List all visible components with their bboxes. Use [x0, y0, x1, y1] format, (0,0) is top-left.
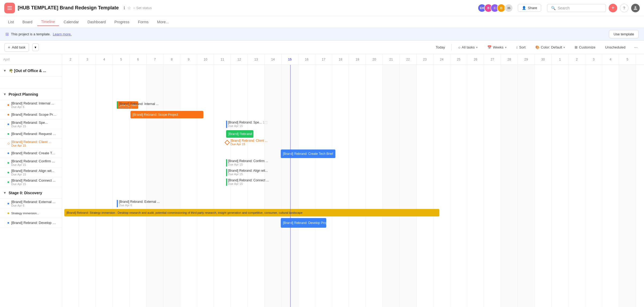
tab-progress[interactable]: Progress [111, 18, 133, 26]
all-tasks-button[interactable]: ○ All tasks ▾ [455, 44, 481, 51]
bar-confirm[interactable] [226, 159, 227, 167]
date-cell-17: 17 [315, 54, 332, 65]
grid-col-20 [400, 65, 417, 307]
bar-scope[interactable]: [Brand] Rebrand: Scope Project [130, 111, 203, 118]
task-row-s0[interactable]: [Brand] Rebrand: External ... Due Apr 6 [0, 199, 62, 208]
tab-forms[interactable]: Forms [134, 18, 152, 26]
bar-external-label[interactable]: [Brand] Rebrand: External ... Due Apr 6 [119, 200, 160, 207]
bar-confirm-label[interactable]: [Brand] Rebrand: Confirm ... Due Apr 15 [228, 159, 268, 166]
add-button[interactable]: + [609, 4, 617, 12]
bar-develop[interactable]: [Brand] Rebrand: Develop Project... [281, 218, 326, 228]
group1-label: 🌴 [Out of Office & ... [9, 69, 46, 73]
user-avatar[interactable] [631, 4, 640, 12]
date-cell-25: 25 [450, 54, 467, 65]
task-row-2[interactable]: [Brand] Rebrand: Spe... Due Apr 15 [0, 119, 62, 129]
group-project-planning[interactable]: ▼ Project Planning [0, 88, 62, 100]
grid-col-22 [433, 65, 450, 307]
group-stage0[interactable]: ▼ Stage 0: Discovery [0, 187, 62, 199]
task-row-1[interactable]: [Brand] Rebrand: Scope Project [0, 110, 62, 119]
grid-col-31 [585, 65, 602, 307]
bar-client-label[interactable]: [Brand] Rebrand: Client ... Due Apr 15 [230, 139, 268, 146]
task-row-8[interactable]: [Brand] Rebrand: Connect ... Due Apr 15 [0, 177, 62, 187]
task-date-4: Due Apr 15 [11, 144, 51, 147]
use-template-button[interactable]: Use template [609, 30, 639, 38]
grid-col-9 [214, 65, 231, 307]
color-button[interactable]: 🎨 Color: Default ▾ [532, 44, 568, 51]
date-cell-12: 12 [231, 54, 248, 65]
date-cell-23: 23 [417, 54, 433, 65]
task-label-s2: [Brand] Rebrand: Develop Project... [11, 221, 57, 225]
star-icon[interactable]: ☆ [127, 5, 131, 10]
search-box[interactable]: 🔍 Search [547, 4, 606, 12]
grid-col-32 [602, 65, 619, 307]
app-menu-button[interactable] [4, 3, 15, 13]
bar-strategy[interactable]: [Brand] Rebrand: Strategy immersion - De… [64, 209, 439, 216]
grid-col-21 [417, 65, 433, 307]
date-cell-29: 29 [518, 54, 535, 65]
grid-col-25 [484, 65, 501, 307]
avatar-group[interactable]: EH B C D 35 [478, 4, 513, 12]
date-cell-4: 4 [96, 54, 113, 65]
task-row-3[interactable]: [Brand] Rebrand: Request and... [0, 129, 62, 139]
today-button[interactable]: Today [432, 44, 448, 51]
date-cell-13: 13 [248, 54, 265, 65]
add-task-chevron[interactable]: ▾ [32, 43, 39, 51]
weeks-button[interactable]: 📅 Weeks ▾ [484, 44, 510, 51]
info-icon[interactable]: ℹ [123, 5, 125, 10]
bar-align[interactable] [226, 169, 227, 176]
tab-dashboard[interactable]: Dashboard [84, 18, 110, 26]
bar-internal[interactable] [117, 101, 118, 109]
tab-more[interactable]: More... [153, 18, 173, 26]
share-button[interactable]: 👤 Share [518, 4, 541, 12]
today-line [290, 65, 291, 307]
date-cell-20: 20 [366, 54, 383, 65]
date-cell-26: 26 [467, 54, 484, 65]
bar-align-label[interactable]: [Brand] Rebrand: Align wit... Due Apr 15 [228, 169, 268, 176]
task-row-s2[interactable]: [Brand] Rebrand: Develop Project... [0, 218, 62, 228]
task-row-4[interactable]: ◇ [Brand] Rebrand: Client ... Due Apr 15 [0, 139, 62, 148]
help-button[interactable]: ? [620, 4, 628, 12]
chevron-group3[interactable]: ▼ [3, 191, 6, 195]
date-cell-14: 14 [265, 54, 282, 65]
nav-tabs: List Board Timeline Calendar Dashboard P… [0, 16, 644, 28]
bar-request[interactable]: [Brand] Rebrand: Request and... [226, 130, 253, 138]
date-cell-28: 28 [501, 54, 518, 65]
tab-board[interactable]: Board [19, 18, 36, 26]
grid-col-14 [298, 65, 315, 307]
bar-internal-label[interactable]: [Brand] Rebrand: Internal ... Due Apr 6 [119, 102, 159, 109]
date-cell-30: 30 [535, 54, 552, 65]
tab-calendar[interactable]: Calendar [60, 18, 83, 26]
task-row-6[interactable]: [Brand] Rebrand: Confirm ... Due Apr 15 [0, 158, 62, 168]
task-row-0[interactable]: [Brand] Rebrand: Internal ... Due Apr 6 [0, 100, 62, 110]
group-out-of-office[interactable]: ▼ 🌴 [Out of Office & ... [0, 65, 62, 77]
task-date-s0: Due Apr 6 [11, 204, 55, 207]
add-task-button[interactable]: + Add task [4, 43, 29, 52]
unscheduled-button[interactable]: Unscheduled [602, 44, 629, 51]
toolbar-more-button[interactable]: ··· [632, 44, 640, 51]
bar-connect-label[interactable]: [Brand] Rebrand: Connect ... Due Apr 15 [228, 178, 269, 185]
sort-button[interactable]: ↕ Sort [513, 44, 529, 51]
bar-connect[interactable] [226, 178, 227, 186]
learn-more-link[interactable]: Learn more. [53, 32, 72, 36]
chevron-group2[interactable]: ▼ [3, 92, 6, 96]
date-cell-9: 9 [180, 54, 197, 65]
set-status-button[interactable]: ○ Set status [133, 6, 152, 10]
task-row-5[interactable]: [Brand] Rebrand: Create Tech Brief [0, 148, 62, 158]
bar-tech-brief[interactable]: [Brand] Rebrand: Create Tech Brief [281, 149, 335, 158]
task-date-6: Due Apr 15 [11, 163, 55, 166]
tab-list[interactable]: List [4, 18, 18, 26]
grid-col-10 [231, 65, 248, 307]
chevron-group1[interactable]: ▼ [3, 69, 6, 73]
task-row-7[interactable]: [Brand] Rebrand: Align wit... Due Apr 15 [0, 168, 62, 177]
avatar-count[interactable]: 35 [504, 4, 513, 12]
customize-button[interactable]: ⊞ Customize [571, 44, 598, 51]
task-label-s0: [Brand] Rebrand: External ... [11, 200, 55, 204]
gantt-grid: [Brand] Rebrand... [Brand] Rebrand: Inte… [62, 65, 644, 307]
tab-timeline[interactable]: Timeline [37, 18, 59, 26]
bar-external[interactable] [117, 200, 118, 207]
bar-spe-label[interactable]: [Brand] Rebrand: Spe... 1⬚ Due Apr 15 [228, 121, 267, 128]
group1-empty [0, 77, 62, 88]
task-row-s1[interactable]: Strategy immersion... [0, 208, 62, 218]
grid-col-18 [366, 65, 383, 307]
bar-spe[interactable] [226, 121, 227, 128]
